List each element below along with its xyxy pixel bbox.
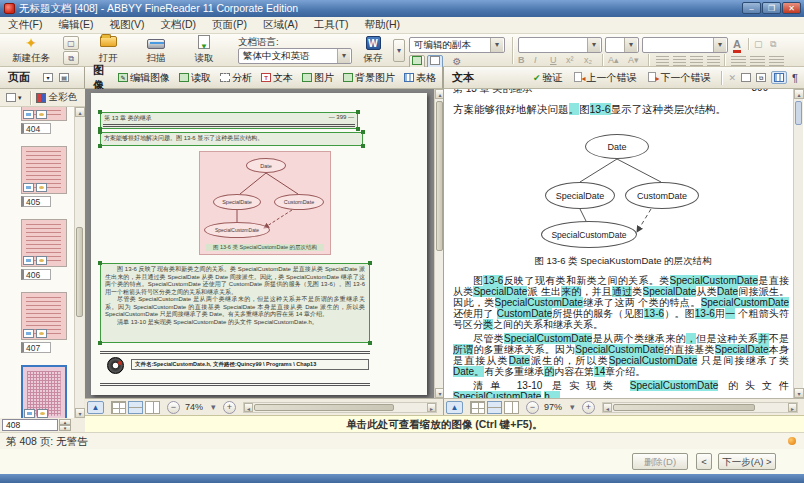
page-stack-icon-button[interactable]: ⧉ [63, 51, 79, 65]
menu-item[interactable]: 区域(A) [255, 17, 306, 33]
text-horizontal-scrollbar[interactable]: ◂ ▸ [602, 402, 798, 413]
scan-button[interactable]: 扫描 [134, 35, 178, 66]
page-thumbnail[interactable]: 404 [21, 107, 74, 134]
menu-item[interactable]: 工具(T) [306, 17, 356, 33]
menu-item[interactable]: 文档(D) [152, 17, 204, 33]
zoom-out-button[interactable]: − [526, 401, 539, 414]
scanned-page[interactable]: 第 13 章 类的继承 — 399 — 方案能够很好地解决问题。图 13-6 显… [91, 93, 427, 395]
page-copy-icon-button[interactable]: ▢ [63, 36, 79, 50]
body-text-region[interactable]: 图 13-6 反映了现有类和新类之间的关系。类 SpecialCustomDat… [100, 263, 370, 343]
next-error-button[interactable]: ▸ 下一个错误 [645, 69, 714, 87]
page-thumbnail[interactable]: 407 [21, 292, 74, 353]
decrease-font-button[interactable]: A▾ [628, 55, 639, 65]
zoom-out-button[interactable]: − [167, 401, 180, 414]
align-center-button[interactable] [673, 56, 686, 66]
new-task-button[interactable]: ✦ 新建任务 [2, 35, 60, 66]
text-editor[interactable]: 第 13 章 类的继承 — 399 — 方案能够很好地解决问题。图13-6显示了… [443, 89, 804, 398]
delete-text-icon[interactable]: ✕ [729, 73, 737, 83]
align-right-button[interactable] [690, 56, 703, 66]
intro-text-region[interactable]: 方案能够很好地解决问题。图 13-6 显示了这种类层次结构。 [100, 132, 363, 146]
document-language-select[interactable]: 繁体中文和英语 [238, 48, 352, 64]
back-step-button[interactable]: < [696, 453, 712, 470]
layout-vertical-split-button[interactable] [504, 401, 519, 414]
layout-grid-button[interactable] [470, 401, 485, 414]
minimize-button[interactable]: – [742, 2, 761, 14]
background-picture-area-button[interactable]: 背景图片 [340, 69, 398, 87]
header-region[interactable]: 第 13 章 类的继承 — 399 — [100, 112, 358, 129]
layout-horizontal-split-button[interactable] [128, 401, 143, 414]
read-page-button[interactable]: 读取 [176, 69, 214, 87]
save-format-select[interactable]: 可编辑的副本 [409, 37, 505, 53]
line-spacing-button[interactable] [731, 56, 746, 66]
increase-font-button[interactable]: A▴ [608, 55, 619, 65]
clear-format-icon[interactable]: ▢ [754, 39, 763, 49]
page-thumbnail[interactable]: 408 [21, 365, 74, 418]
indent-decrease-button[interactable] [750, 56, 765, 66]
page-number-stepper[interactable]: ▴▾ [59, 419, 71, 431]
layout-grid-button[interactable] [111, 401, 126, 414]
page-number-input[interactable]: 408 [2, 419, 58, 431]
page-type-dropdown[interactable]: ▾ [3, 91, 25, 104]
image-horizontal-scrollbar[interactable]: ◂ ▸ [243, 402, 437, 413]
page-thumbnail[interactable]: 405 [21, 146, 74, 207]
pages-scrollbar[interactable]: ▴ ▾ [74, 107, 84, 418]
zoom-dropdown-arrow[interactable]: ▾ [570, 402, 575, 412]
formatting-marks-button[interactable]: ¶ [792, 72, 798, 84]
thumbnail-list[interactable]: 404405406407408 [0, 107, 74, 418]
zoom-dropdown-arrow[interactable]: ▾ [211, 402, 216, 412]
font-size-select[interactable] [605, 37, 639, 53]
italic-button[interactable]: I [534, 55, 537, 65]
read-button[interactable]: 读取 [182, 35, 226, 66]
font-family-select[interactable] [518, 37, 602, 53]
text-vertical-scrollbar[interactable]: ▴ ▾ [793, 89, 803, 398]
layout-vertical-split-button[interactable] [145, 401, 160, 414]
previous-error-button[interactable]: ◂ 上一个错误 [571, 69, 640, 87]
underline-button[interactable]: U [550, 55, 557, 65]
copy-formatted-icon[interactable]: ⧉ [756, 73, 766, 82]
align-left-button[interactable] [656, 56, 669, 66]
align-justify-button[interactable] [707, 56, 720, 66]
thumbnail-preview[interactable] [21, 292, 67, 340]
text-area-button[interactable]: T 文本 [258, 69, 296, 87]
copy-text-icon[interactable] [741, 73, 751, 82]
style-picker-icon[interactable]: ⧉ [770, 39, 776, 50]
menu-item[interactable]: 视图(V) [101, 17, 152, 33]
thumbnail-preview[interactable] [21, 146, 67, 194]
menu-item[interactable]: 文件(F) [0, 17, 50, 33]
title-bar[interactable]: 无标题文档 [408] - ABBYY FineReader 11 Corpor… [0, 0, 804, 17]
menu-item[interactable]: 编辑(E) [50, 17, 101, 33]
edit-image-button[interactable]: ✎ 编辑图像 [115, 69, 173, 87]
superscript-button[interactable]: x² [566, 55, 574, 65]
thumbnail-preview[interactable] [21, 219, 67, 267]
thumbnail-preview[interactable] [21, 107, 67, 121]
menu-item[interactable]: 页面(P) [204, 17, 255, 33]
indent-increase-button[interactable] [769, 56, 784, 66]
zoom-in-button[interactable]: + [582, 401, 595, 414]
zoom-in-button[interactable]: + [223, 401, 236, 414]
analyze-button[interactable]: 分析 [217, 69, 255, 87]
save-dropdown-button[interactable]: ▾ [393, 39, 405, 62]
picture-area-button[interactable]: 图片 [299, 69, 337, 87]
close-button[interactable]: ✕ [782, 2, 801, 14]
pages-view-icon-button[interactable]: ▤ [56, 71, 72, 84]
page-thumbnail[interactable]: 406 [21, 219, 74, 280]
open-button[interactable]: 打开 [86, 35, 130, 66]
layout-horizontal-split-button[interactable] [487, 401, 502, 414]
next-step-button[interactable]: 下一步(A) > [718, 453, 776, 470]
font-style-select[interactable] [642, 37, 728, 53]
verify-button[interactable]: ✔ 验证 [530, 69, 566, 87]
zoom-window-hint-bar[interactable]: 单击此处可查看缩放的图像 (Ctrl 键+F5)。 [85, 415, 804, 432]
maximize-button[interactable]: ❐ [762, 2, 781, 14]
table-area-button[interactable]: 表格 [401, 69, 439, 87]
font-color-button[interactable]: A [733, 39, 741, 53]
collapse-zoom-window-button[interactable]: ▲ [87, 401, 104, 414]
diagram-image-area[interactable]: Date SpecialDate CustomDate SpecialCusto… [199, 151, 331, 255]
thumbnail-preview[interactable] [21, 365, 67, 418]
subscript-button[interactable]: x₂ [584, 55, 592, 65]
delete-page-button[interactable]: 删除(D) [632, 453, 688, 470]
image-view[interactable]: 第 13 章 类的继承 — 399 — 方案能够很好地解决问题。图 13-6 显… [85, 89, 434, 398]
bold-button[interactable]: B [518, 55, 525, 65]
show-image-toggle[interactable] [771, 71, 787, 84]
menu-item[interactable]: 帮助(H) [356, 17, 408, 33]
pages-sort-icon-button[interactable]: ▾ [40, 71, 56, 84]
